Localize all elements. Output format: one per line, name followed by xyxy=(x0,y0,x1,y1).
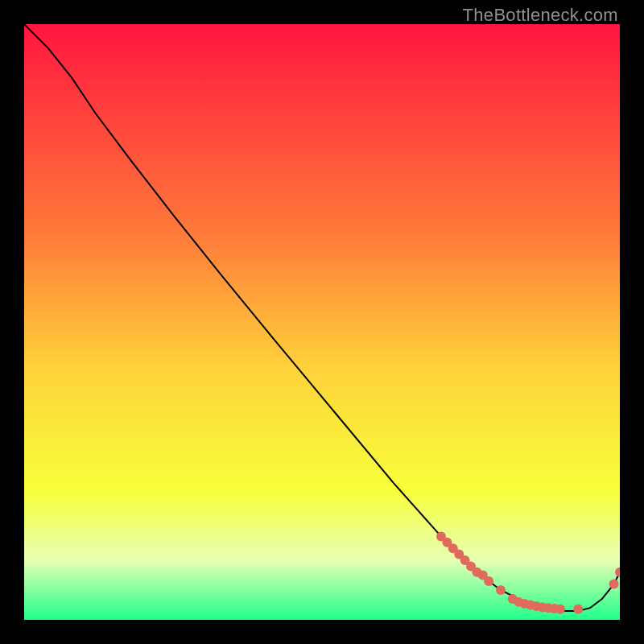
marker-point xyxy=(496,585,506,595)
gradient-background xyxy=(24,24,620,620)
marker-point xyxy=(609,580,619,589)
watermark-label: TheBottleneck.com xyxy=(463,5,618,26)
chart-frame xyxy=(24,24,620,620)
marker-point xyxy=(573,605,583,614)
bottleneck-chart xyxy=(24,24,620,620)
marker-point xyxy=(555,605,565,614)
marker-point xyxy=(484,576,493,586)
